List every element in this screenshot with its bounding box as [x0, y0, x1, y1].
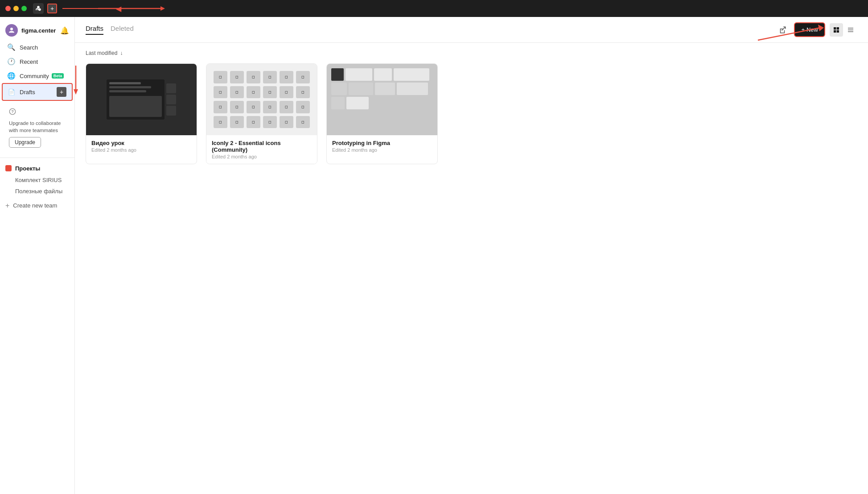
sidebar-item-community[interactable]: 🌐 Community Beta [2, 69, 73, 83]
content-area: Drafts Deleted + New [75, 17, 868, 494]
sidebar-user[interactable]: figma.center 🔔 [0, 21, 74, 40]
sort-arrow: ↓ [120, 50, 123, 56]
upgrade-text: Upgrade to collaborate with more teammat… [9, 120, 61, 133]
sidebar-community-label: Community [20, 73, 49, 79]
sidebar-item-poleznye[interactable]: Полезные файлы [0, 186, 74, 197]
file-meta-iconly: Edited 2 months ago [212, 154, 312, 159]
close-button[interactable] [5, 6, 11, 11]
recent-icon: 🕐 [7, 58, 15, 66]
sidebar-recent-label: Recent [20, 58, 38, 65]
file-name-video: Видео урок [91, 140, 191, 146]
content-tabs: Drafts Deleted [86, 25, 766, 35]
team-header[interactable]: Проекты [0, 162, 74, 174]
sidebar-item-drafts[interactable]: 📄 Drafts + [2, 83, 73, 101]
sidebar-search-label: Search [20, 44, 38, 51]
svg-rect-4 [837, 27, 839, 29]
file-thumbnail-iconly: ◻ ◻ ◻ ◻ ◻ ◻ ◻ ◻ ◻ ◻ ◻ ◻ ◻ [206, 64, 317, 135]
add-tab-button[interactable]: + [47, 4, 57, 13]
svg-rect-3 [834, 27, 836, 29]
file-info-iconly: Iconly 2 - Essential icons (Community) E… [206, 135, 317, 164]
drafts-icon: 📄 [8, 89, 15, 95]
list-view-button[interactable] [844, 23, 857, 37]
maximize-button[interactable] [21, 6, 27, 11]
tab-drafts[interactable]: Drafts [86, 25, 103, 35]
team-color-dot [5, 165, 12, 171]
svg-rect-6 [837, 30, 839, 32]
minimize-button[interactable] [13, 6, 19, 11]
export-button[interactable] [775, 23, 790, 37]
notification-icon[interactable]: 🔔 [60, 26, 69, 35]
figma-logo [33, 3, 44, 14]
new-button-icon: + [801, 26, 805, 33]
grid-view-button[interactable] [830, 23, 843, 37]
header-actions: + New [775, 22, 857, 37]
content-header: Drafts Deleted + New [75, 17, 868, 43]
upgrade-icon: ? [9, 108, 66, 118]
file-thumbnail-video [86, 64, 197, 135]
file-thumbnail-proto [327, 64, 437, 135]
file-info-video: Видео урок Edited 2 months ago [86, 135, 197, 157]
new-button-label: New [806, 26, 818, 33]
sidebar-item-recent[interactable]: 🕐 Recent [2, 54, 73, 69]
main-layout: figma.center 🔔 🔍 Search 🕐 Recent 🌐 Commu… [0, 17, 868, 494]
sidebar-item-search[interactable]: 🔍 Search [2, 40, 73, 54]
community-icon: 🌐 [7, 72, 15, 80]
user-name: figma.center [21, 27, 57, 34]
view-toggle [830, 23, 857, 37]
drafts-add-button[interactable]: + [57, 87, 66, 97]
file-grid: Видео урок Edited 2 months ago ◻ ◻ ◻ ◻ ◻ [86, 63, 857, 164]
team-section: Проекты Комплект SIRIUS Полезные файлы [0, 161, 74, 199]
community-row: Community Beta [20, 73, 64, 79]
file-card-video-urok[interactable]: Видео урок Edited 2 months ago [86, 63, 197, 164]
file-info-proto: Prototyping in Figma Edited 2 months ago [327, 135, 437, 157]
tab-deleted[interactable]: Deleted [111, 25, 134, 35]
upgrade-button[interactable]: Upgrade [9, 137, 41, 148]
svg-rect-5 [834, 30, 836, 32]
svg-point-0 [10, 28, 13, 30]
sort-label: Last modified [86, 50, 117, 56]
sidebar-divider [0, 158, 74, 158]
drafts-label: Drafts [20, 89, 52, 95]
team-name: Проекты [15, 165, 40, 172]
search-icon: 🔍 [7, 43, 15, 51]
file-meta-proto: Edited 2 months ago [332, 147, 432, 153]
create-new-team[interactable]: + Create new team [0, 199, 74, 213]
content-body: Last modified ↓ [75, 43, 868, 494]
create-team-label: Create new team [13, 202, 57, 209]
file-name-iconly: Iconly 2 - Essential icons (Community) [212, 140, 312, 153]
traffic-lights [5, 6, 27, 11]
svg-text:?: ? [11, 109, 14, 114]
upgrade-box: ? Upgrade to collaborate with more teamm… [4, 104, 70, 151]
file-card-iconly[interactable]: ◻ ◻ ◻ ◻ ◻ ◻ ◻ ◻ ◻ ◻ ◻ ◻ ◻ [206, 63, 317, 164]
file-meta-video: Edited 2 months ago [91, 147, 191, 153]
sidebar: figma.center 🔔 🔍 Search 🕐 Recent 🌐 Commu… [0, 17, 75, 494]
avatar [5, 24, 18, 37]
create-team-icon: + [5, 202, 9, 210]
file-card-prototyping[interactable]: Prototyping in Figma Edited 2 months ago [326, 63, 438, 164]
sort-row[interactable]: Last modified ↓ [86, 50, 857, 56]
beta-badge: Beta [52, 73, 64, 79]
new-button[interactable]: + New [794, 22, 825, 37]
sidebar-item-komplekt[interactable]: Комплект SIRIUS [0, 174, 74, 186]
file-name-proto: Prototyping in Figma [332, 140, 432, 146]
title-bar: + ◀ [0, 0, 868, 17]
